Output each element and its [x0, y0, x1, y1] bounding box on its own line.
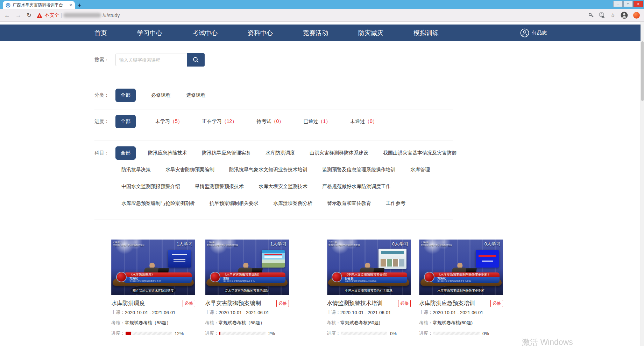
- course-schedule: 上课：2020-10-01 - 2021-06-01: [419, 307, 503, 318]
- translate-icon[interactable]: [599, 12, 605, 18]
- subject-tag[interactable]: 防汛抗旱决策: [121, 167, 151, 173]
- progress-fill: [219, 332, 220, 335]
- studio-credits: 广西水利中国水利水电科学研究院技术支持: [328, 241, 360, 247]
- security-warning[interactable]: ! 不安全: [37, 12, 59, 19]
- browser-menu-alert-icon[interactable]: [633, 12, 640, 19]
- nav-item-disaster-reduction[interactable]: 防灾减灾: [358, 29, 383, 37]
- divider: [94, 110, 453, 110]
- search-input[interactable]: [115, 54, 187, 66]
- reload-icon[interactable]: ↻: [27, 12, 31, 19]
- close-button[interactable]: ×: [634, 1, 643, 7]
- search-label: 搜索：: [94, 57, 115, 63]
- studio-screen: [378, 249, 406, 269]
- subject-tag[interactable]: 水库管理: [410, 167, 430, 173]
- maximize-button[interactable]: □: [623, 1, 633, 7]
- browser-tab[interactable]: 广西水旱灾害防御培训平台 ×: [3, 1, 75, 9]
- nav-item-competition[interactable]: 竞赛活动: [303, 29, 328, 37]
- favicon: [6, 3, 10, 8]
- subject-tag[interactable]: 防汛抗旱应急管理实务: [202, 150, 251, 156]
- presenter-affiliation: 水利部水文情报预报中心主任教高: [345, 280, 407, 283]
- new-tab-button[interactable]: +: [75, 1, 84, 9]
- subject-tag[interactable]: 水库防洪调度: [266, 150, 295, 156]
- subject-tag[interactable]: 抗旱预案编制相关要求: [210, 200, 259, 207]
- subject-tag[interactable]: 水旱灾害防御预案编制: [165, 167, 214, 173]
- subject-tag[interactable]: 水库溃坝案例分析: [273, 200, 312, 207]
- progress-option-not-started[interactable]: 未学习（5）: [155, 118, 183, 125]
- subject-tag[interactable]: 山洪灾害群测群防体系建设: [310, 150, 368, 156]
- banner-logo: [424, 272, 434, 282]
- nav-item-study-center[interactable]: 学习中心: [137, 29, 162, 37]
- minimize-button[interactable]: ─: [613, 1, 623, 7]
- key-icon[interactable]: [588, 12, 594, 18]
- subject-filter-block: 科目： 全部 防汛应急抢险技术 防汛抗旱应急管理实务 水库防洪调度 山洪灾害群测…: [0, 146, 644, 210]
- subject-tag[interactable]: 工作参考: [386, 200, 405, 207]
- tab-close-icon[interactable]: ×: [69, 2, 72, 8]
- course-progress: 进度： 2%: [205, 328, 289, 339]
- course-card: 广西水利中国水利水电科学研究院技术支持 1人学习 《水旱灾害防御预案编制》 王翔…: [205, 240, 289, 339]
- nav-item-home[interactable]: 首页: [94, 29, 107, 37]
- progress-option-passed[interactable]: 已通过（1）: [303, 118, 331, 125]
- banner-logo: [116, 272, 127, 282]
- subject-tag[interactable]: 我国山洪灾害基本情况及灾害防御: [383, 150, 457, 156]
- subject-tag[interactable]: 中国水文监测预报预警介绍: [121, 184, 180, 190]
- nav-item-simulation[interactable]: 模拟训练: [413, 29, 439, 37]
- course-thumbnail[interactable]: 广西水利中国水利水电科学研究院技术支持 1人学习 《水库防洪调度》 万海斌水利部…: [111, 240, 195, 295]
- user-account[interactable]: 何品志: [520, 28, 547, 37]
- course-thumbnail[interactable]: 广西水利中国水利水电科学研究院技术支持 0人学习 《中国水文监测预报预警介绍》 …: [327, 240, 411, 295]
- url-path: /#/study: [102, 13, 120, 18]
- course-title[interactable]: 水库防洪应急预案培训: [419, 300, 475, 307]
- presenter-name: 孙春鹏: [345, 277, 407, 280]
- subject-option-all[interactable]: 全部: [115, 146, 136, 160]
- category-option-elective[interactable]: 选修课程: [186, 92, 206, 98]
- course-thumbnail[interactable]: 广西水利中国水利水电科学研究院技术支持 0人学习 《水库应急预案编制与抢险案例剖…: [419, 240, 503, 295]
- course-assessment: 考核：常规试卷考核（58题）: [111, 318, 195, 328]
- course-thumbnail[interactable]: 广西水利中国水利水电科学研究院技术支持 1人学习 《水旱灾害防御预案编制》 王翔…: [205, 240, 289, 295]
- bookmark-star-icon[interactable]: ☆: [610, 12, 615, 19]
- subject-tag[interactable]: 旱情监测预警预报技术: [195, 184, 244, 190]
- url-field[interactable]: ! 不安全 | /#/study: [37, 12, 582, 19]
- course-title[interactable]: 水情监测预警技术培训: [327, 300, 383, 307]
- category-option-required[interactable]: 必修课程: [151, 92, 171, 98]
- count-badge: （1）: [318, 118, 331, 124]
- subject-tag[interactable]: 警示教育和宣传教育: [327, 200, 371, 207]
- course-title[interactable]: 水旱灾害防御预案编制: [205, 300, 261, 307]
- count-badge: （0）: [271, 118, 284, 124]
- divider: [94, 80, 453, 80]
- nav-item-material-center[interactable]: 资料中心: [248, 29, 273, 37]
- subject-tag[interactable]: 防汛抗旱气象水文知识业务技术培训: [229, 167, 307, 173]
- presenter-affiliation: 水利部水旱灾害防御司防御处专员: [223, 280, 285, 283]
- studio-screen: [476, 250, 499, 268]
- subject-tag[interactable]: 严格规范做好水库防洪调度工作: [322, 184, 391, 190]
- banner-title: 《水旱灾害防御预案编制》: [218, 272, 285, 277]
- course-schedule: 上课：2020-10-01 - 2021-06-01: [111, 307, 195, 318]
- subject-tag[interactable]: 防汛应急抢险技术: [148, 150, 187, 156]
- subject-tag[interactable]: 水库大坝安全监测技术: [259, 184, 307, 190]
- progress-option-learning[interactable]: 正在学习（12）: [202, 118, 237, 125]
- forward-icon[interactable]: →: [15, 12, 21, 19]
- search-row: 搜索：: [94, 53, 644, 67]
- progress-option-pending-exam[interactable]: 待考试（0）: [256, 118, 284, 125]
- back-icon[interactable]: ←: [4, 12, 10, 19]
- lower-third-banner: 《中国水文监测预报预警介绍》 孙春鹏水利部水文情报预报中心主任教高: [332, 272, 407, 283]
- subject-tag[interactable]: 水库应急预案编制与抢险案例剖析: [121, 200, 195, 207]
- required-badge: 必修: [276, 300, 289, 307]
- learner-count: 1人学习: [177, 241, 193, 247]
- user-name: 何品志: [532, 30, 547, 36]
- page-scrollbar[interactable]: [641, 22, 644, 346]
- search-button[interactable]: [187, 53, 205, 67]
- subject-tag[interactable]: 监测预警及信息管理系统操作培训: [322, 167, 396, 173]
- profile-icon[interactable]: [621, 12, 628, 19]
- divider: [94, 140, 453, 140]
- count-badge: （12）: [222, 118, 237, 124]
- course-title[interactable]: 水库防洪调度: [111, 300, 145, 307]
- progress-option-all[interactable]: 全部: [115, 115, 136, 128]
- category-option-all[interactable]: 全部: [115, 89, 136, 102]
- presenter-affiliation: 水利部水旱灾害防御司调度处专员: [129, 280, 192, 283]
- studio-screen: [262, 250, 285, 268]
- presenter-affiliation: 水利部水旱灾害防御司调度专员教高: [437, 280, 500, 283]
- banner-logo: [332, 272, 342, 282]
- scrollbar-thumb[interactable]: [641, 41, 644, 101]
- nav-item-exam-center[interactable]: 考试中心: [192, 29, 218, 37]
- course-assessment: 考核：常规试卷考核(60题): [327, 318, 411, 328]
- progress-option-failed[interactable]: 未通过（0）: [350, 118, 377, 125]
